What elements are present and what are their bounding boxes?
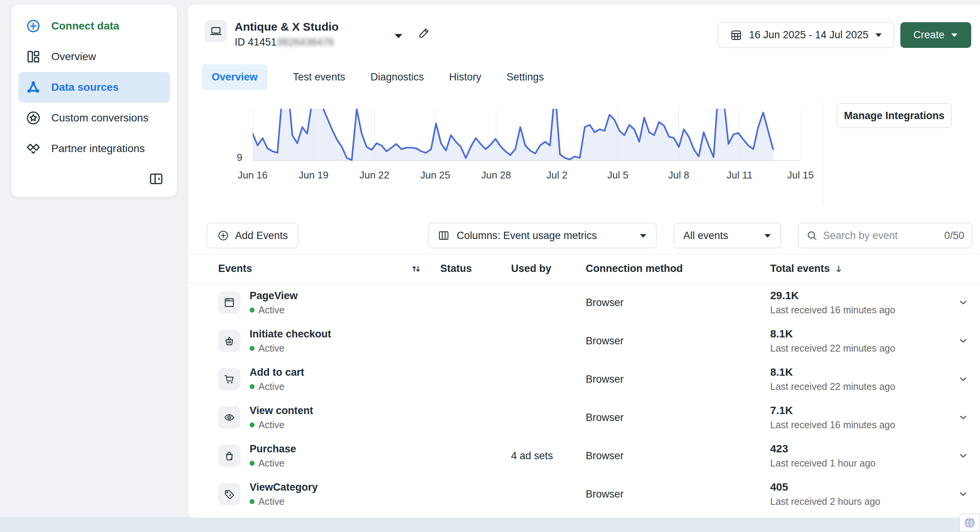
pixel-switcher-caret-button[interactable]: [394, 33, 403, 39]
sidebar-item-label: Partner integrations: [51, 142, 145, 155]
chevron-down-icon[interactable]: [958, 336, 969, 346]
event-status: Active: [250, 458, 296, 469]
connection-method-value: Browser: [586, 335, 770, 347]
event-filter-dropdown[interactable]: All events: [674, 223, 781, 248]
x-axis-tick-labels: Jun 16Jun 19Jun 22Jun 25Jun 28Jul 2Jul 5…: [253, 169, 800, 182]
event-status: Active: [250, 343, 331, 354]
col-header-used-by: Used by: [511, 263, 586, 275]
columns-dropdown[interactable]: Columns: Event usage metrics: [428, 223, 657, 248]
total-events-value: 29.1K: [770, 290, 946, 302]
chevron-down-icon[interactable]: [958, 489, 969, 499]
shopping-bag-icon: [223, 450, 235, 462]
status-label: Active: [258, 419, 284, 431]
x-axis-tick-label: Jul 8: [668, 169, 689, 181]
caret-down-icon: [764, 233, 771, 238]
data-sources-network-icon: [24, 80, 42, 95]
caret-down-icon: [951, 33, 958, 38]
chevron-down-icon[interactable]: [958, 297, 969, 308]
events-toolbar: Add Events Columns: Event usage metrics …: [207, 223, 972, 248]
status-dot-icon: [250, 422, 255, 427]
sidebar-item-data-sources[interactable]: Data sources: [18, 72, 170, 103]
table-row-add-to-cart[interactable]: Add to cart Active Browser 8.1K Last rec…: [188, 360, 980, 398]
connection-method-value: Browser: [586, 373, 770, 385]
col-header-total-events: Total events: [770, 263, 830, 275]
sidebar-item-custom-conversions[interactable]: Custom conversions: [18, 103, 170, 133]
plus-circle-icon: [217, 229, 229, 242]
price-tag-icon: [223, 488, 235, 500]
add-events-button[interactable]: Add Events: [207, 223, 298, 248]
sort-toggle-icon[interactable]: [410, 263, 422, 275]
table-row-pageview[interactable]: PageView Active Browser 29.1K Last recei…: [188, 283, 980, 322]
event-filter-label: All events: [683, 230, 728, 242]
table-row-initiate-checkout[interactable]: Initiate checkout Active Browser 8.1K La…: [188, 322, 980, 360]
tab-overview[interactable]: Overview: [202, 64, 268, 90]
event-name: Initiate checkout: [250, 328, 331, 340]
connection-method-value: Browser: [586, 297, 770, 309]
table-row-viewcategory[interactable]: ViewCategory Active Browser 405 Last rec…: [188, 475, 980, 513]
chevron-down-icon[interactable]: [958, 412, 969, 423]
columns-dropdown-label: Columns: Event usage metrics: [457, 230, 597, 242]
tab-diagnostics[interactable]: Diagnostics: [371, 64, 424, 90]
event-activity-chart-section: 9 Jun 16Jun 19Jun 22Jun 25Jun 28Jul 2Jul…: [188, 101, 980, 208]
sort-descending-arrow-icon[interactable]: [834, 264, 844, 274]
sidebar-item-label: Custom conversions: [51, 112, 149, 124]
pixel-header: Antique & X Studio ID 414513826436476: [205, 20, 339, 48]
last-received-caption: Last received 16 minutes ago: [770, 419, 946, 431]
browser-window-icon: [223, 296, 235, 309]
event-search-box[interactable]: 0/50: [798, 223, 972, 248]
total-events-value: 7.1K: [770, 404, 946, 417]
pixel-id: ID 414513826436476: [235, 36, 339, 48]
event-name: Purchase: [250, 443, 296, 455]
sidebar-collapse-button[interactable]: [149, 171, 164, 188]
date-range-label: 16 Jun 2025 - 14 Jul 2025: [749, 29, 868, 41]
tab-history[interactable]: History: [449, 64, 481, 90]
sidebar: Connect data Overview Data sources Custo…: [11, 5, 177, 197]
last-received-caption: Last received 16 minutes ago: [770, 304, 946, 316]
chart-vertical-divider: [823, 101, 823, 206]
edit-pixel-name-button[interactable]: [417, 26, 431, 40]
search-char-counter: 0/50: [944, 230, 964, 242]
date-range-picker[interactable]: 16 Jun 2025 - 14 Jul 2025: [718, 22, 894, 48]
search-input[interactable]: [823, 230, 939, 242]
col-header-status: Status: [440, 263, 511, 275]
star-circle-icon: [24, 110, 42, 126]
sidebar-item-overview[interactable]: Overview: [18, 41, 170, 72]
table-row-purchase[interactable]: Purchase Active 4 ad sets Browser 423 La…: [188, 437, 980, 475]
last-received-caption: Last received 1 hour ago: [770, 458, 946, 469]
language-globe-button[interactable]: [959, 514, 980, 532]
page-background: Connect data Overview Data sources Custo…: [0, 0, 980, 532]
status-label: Active: [258, 458, 284, 469]
status-label: Active: [258, 381, 284, 392]
horizontal-scrollbar-track[interactable]: [0, 518, 980, 532]
sidebar-item-partner-integrations[interactable]: Partner integrations: [18, 133, 170, 164]
last-received-caption: Last received 2 hours ago: [770, 496, 946, 507]
last-received-caption: Last received 22 minutes ago: [770, 343, 946, 354]
col-header-connection-method: Connection method: [586, 263, 770, 275]
status-dot-icon: [250, 346, 255, 351]
event-icon-box: [218, 330, 240, 352]
create-button[interactable]: Create: [900, 22, 971, 48]
sidebar-item-connect-data[interactable]: Connect data: [18, 11, 170, 41]
event-status: Active: [250, 381, 304, 392]
x-axis-tick-label: Jul 11: [727, 169, 752, 181]
calendar-icon: [730, 29, 743, 42]
main-panel: Antique & X Studio ID 414513826436476 16…: [188, 5, 980, 518]
chevron-down-icon[interactable]: [958, 374, 969, 385]
manage-integrations-button[interactable]: Manage Integrations: [837, 103, 952, 128]
events-table-header: Events Status Used by Connection method …: [188, 254, 980, 283]
columns-icon: [438, 229, 450, 242]
event-icon-box: [218, 368, 240, 390]
caret-down-icon: [394, 33, 403, 39]
tab-settings[interactable]: Settings: [506, 64, 544, 90]
event-status: Active: [250, 496, 318, 507]
create-button-label: Create: [913, 29, 944, 41]
status-label: Active: [258, 496, 284, 507]
status-label: Active: [258, 304, 284, 316]
eye-icon: [223, 411, 235, 424]
x-axis-tick-label: Jun 28: [481, 169, 511, 181]
chevron-down-icon[interactable]: [958, 450, 969, 461]
caret-down-icon: [875, 33, 882, 38]
x-axis-tick-label: Jun 16: [238, 169, 268, 181]
table-row-view-content[interactable]: View content Active Browser 7.1K Last re…: [188, 398, 980, 437]
tab-test-events[interactable]: Test events: [293, 64, 345, 90]
